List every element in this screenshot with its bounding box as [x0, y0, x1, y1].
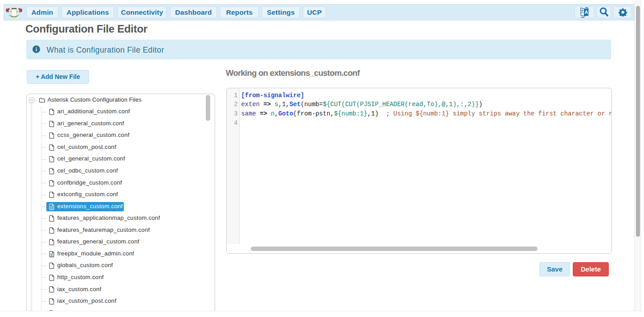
svg-text:A: A [585, 9, 588, 15]
